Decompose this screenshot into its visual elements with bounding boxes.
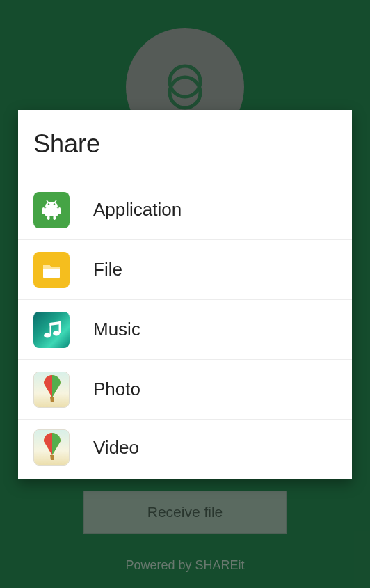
svg-rect-2 [45, 207, 58, 216]
music-note-icon [33, 312, 70, 348]
share-item-label: Video [93, 437, 139, 459]
balloon-icon [33, 429, 70, 466]
app-screen: Receive file Powered by SHAREit Share [0, 0, 370, 588]
share-item-label: File [93, 259, 122, 280]
share-item-photo[interactable]: Photo [18, 360, 352, 420]
share-item-label: Photo [93, 379, 140, 400]
share-item-video[interactable]: Video [18, 420, 352, 479]
dialog-title: Share [18, 110, 352, 180]
svg-rect-4 [58, 207, 61, 214]
folder-icon [33, 252, 70, 288]
share-item-file[interactable]: File [18, 240, 352, 300]
svg-rect-5 [47, 216, 50, 220]
share-item-application[interactable]: Application [18, 180, 352, 240]
svg-point-9 [48, 203, 49, 205]
svg-line-8 [55, 200, 57, 202]
share-item-label: Application [93, 199, 182, 221]
svg-rect-3 [42, 207, 45, 214]
android-icon [33, 192, 70, 228]
share-dialog: Share [18, 110, 352, 479]
svg-line-7 [47, 200, 49, 202]
balloon-icon [33, 372, 70, 408]
svg-point-10 [54, 203, 55, 205]
share-item-label: Music [93, 319, 140, 340]
share-item-music[interactable]: Music [18, 300, 352, 360]
svg-rect-6 [54, 216, 56, 220]
